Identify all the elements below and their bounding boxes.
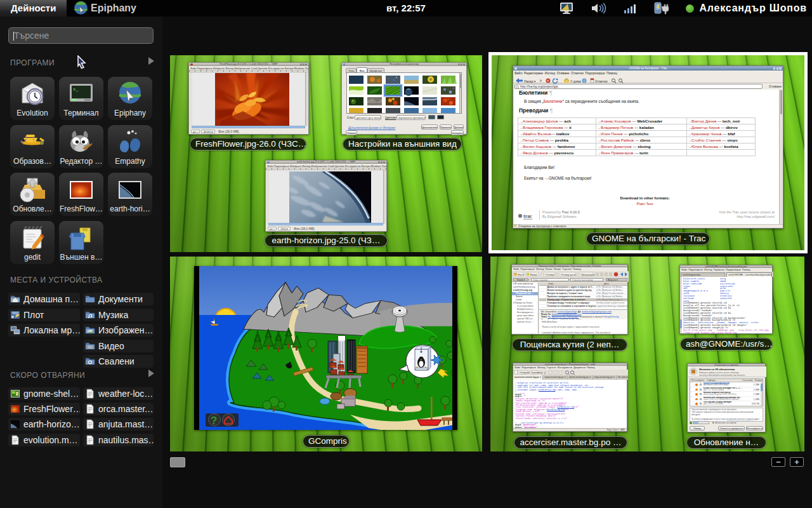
svg-text:Отговор до вс…: Отговор до вс… <box>561 274 578 276</box>
svg-text:У дома: У дома <box>570 79 581 83</box>
svg-text:trac: trac <box>523 213 532 219</box>
svg-text:Препращане: Препращане <box>581 274 594 276</box>
svg-text:Нов ▾: Нов ▾ <box>518 274 524 276</box>
svg-text:Запазване: Запазване <box>531 371 542 374</box>
svg-text:Отметки: Отметки <box>595 79 608 83</box>
svg-text:?: ? <box>211 415 217 427</box>
svg-text:Назад ▾: Назад ▾ <box>524 79 536 83</box>
svg-text:Вземи: Вземи <box>530 274 537 276</box>
svg-text:✕: ✕ <box>547 79 550 83</box>
svg-text:Отговор: Отговор <box>546 274 554 276</box>
